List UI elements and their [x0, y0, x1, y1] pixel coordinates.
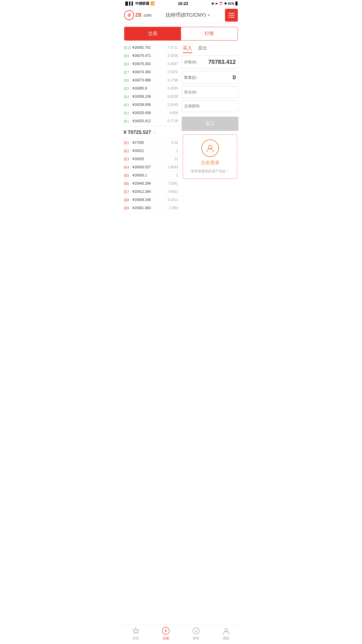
sell-label: 卖4	[124, 94, 132, 99]
password-field[interactable]: 交易密码:	[182, 100, 238, 112]
battery-icon: ▊	[236, 2, 238, 6]
app-header: ② ZB .com 比特币(BTC/CNY) ▼	[121, 7, 241, 23]
buy-label: 买4	[124, 165, 132, 170]
sell-price: ¥16073.888	[132, 78, 167, 83]
buy-qty: 7.5381	[167, 181, 178, 186]
sell-label: 卖10	[124, 46, 132, 50]
menu-button[interactable]	[225, 9, 238, 22]
login-text[interactable]: 点击登录	[201, 160, 219, 166]
buy-sell-tabs: 买入 卖出	[180, 44, 240, 55]
buy-label: 买3	[124, 157, 132, 162]
sell-label: 卖2	[124, 111, 132, 116]
carrier-name: 中国联通	[135, 1, 149, 6]
sell-price: ¥16065.9	[132, 86, 167, 91]
sell-price: ¥16075.303	[132, 62, 167, 67]
sell-order-list: 卖10 ¥16082.751 7.3711 卖9 ¥16075.471 3.32…	[122, 44, 179, 126]
alarm-icon: ⏰	[219, 2, 223, 6]
tab-trade[interactable]: 交易	[124, 27, 181, 40]
sell-qty: 3.3256	[167, 54, 178, 59]
sell-price: ¥16039.836	[132, 103, 167, 108]
total-field[interactable]: 折合(¥):	[182, 86, 238, 98]
buy-order-row[interactable]: 买5 ¥16003.1 2	[122, 172, 179, 180]
tab-market[interactable]: 行情	[181, 27, 238, 40]
price-field[interactable]: 价格(¥): 70783.412	[182, 55, 238, 69]
buy-order-row[interactable]: 买2 ¥16021 1	[122, 147, 179, 155]
location-icon: ⊕	[211, 2, 214, 6]
status-time: 16:22	[178, 1, 188, 6]
sell-price: ¥16074.383	[132, 70, 167, 75]
login-avatar-icon	[201, 139, 219, 157]
nav-icon: ➤	[215, 2, 218, 6]
sell-qty: 4.1798	[167, 78, 178, 83]
sell-label: 卖5	[124, 86, 132, 91]
buy-label: 买2	[124, 149, 132, 154]
buy-order-row[interactable]: 买3 ¥16020 11	[122, 155, 179, 164]
sell-order-row[interactable]: 卖10 ¥16082.751 7.3711	[122, 44, 179, 52]
sell-price: ¥16059.109	[132, 94, 167, 99]
buy-price: ¥15912.284	[132, 190, 167, 195]
status-bar: ▐▌▌▌ 中国联通 📶 16:22 ⊕ ➤ ⏰ ✱ 81% ▊	[121, 0, 241, 7]
sell-price: ¥16082.751	[132, 46, 167, 50]
buy-order-row[interactable]: 买6 ¥15940.299 7.5381	[122, 180, 179, 188]
trade-panel: 买入 卖出 价格(¥): 70783.412 数量(₿): 0 折合(¥):	[180, 44, 240, 213]
order-book: 卖10 ¥16082.751 7.3711 卖9 ¥16075.471 3.32…	[122, 44, 179, 213]
logo-text: ZB	[135, 13, 141, 18]
sell-price: ¥16075.471	[132, 54, 167, 59]
buy-qty: 11	[174, 157, 178, 162]
buy-qty: 3.1511	[167, 198, 178, 203]
buy-price: ¥15901.083	[132, 206, 169, 211]
buy-label: 买8	[124, 198, 132, 203]
sell-label: 卖3	[124, 103, 132, 108]
buy-order-list: 买1 ¥17000 0.01 买2 ¥16021 1 买3 ¥16020 11 …	[122, 139, 179, 213]
wifi-icon: 📶	[150, 1, 155, 6]
buy-price: ¥17000	[132, 141, 171, 146]
sell-qty: 5.7725	[167, 119, 178, 124]
buy-button[interactable]: 买入	[182, 117, 238, 131]
header-title[interactable]: 比特币(BTC/CNY) ▼	[166, 12, 210, 18]
buy-label: 买7	[124, 190, 132, 195]
buy-order-row[interactable]: 买8 ¥15909.248 3.1511	[122, 196, 179, 204]
price-direction-icon: −	[154, 130, 156, 135]
buy-price: ¥16003.527	[132, 165, 167, 170]
sell-label: 卖7	[124, 70, 132, 75]
tab-buy[interactable]: 买入	[183, 45, 192, 53]
sell-price: ¥16020.458	[132, 111, 169, 116]
sell-order-row[interactable]: 卖3 ¥16039.836 2.8245	[122, 101, 179, 109]
buy-label: 买9	[124, 206, 132, 211]
sell-order-row[interactable]: 卖4 ¥16059.109 6.8205	[122, 93, 179, 101]
logo-circle: ②	[124, 10, 134, 20]
tab-sell[interactable]: 卖出	[198, 45, 207, 53]
trade-form: 价格(¥): 70783.412 数量(₿): 0 折合(¥): 交易密码:	[180, 55, 240, 179]
buy-price: ¥15909.248	[132, 198, 167, 203]
buy-order-row[interactable]: 买9 ¥15901.083 2.892	[122, 204, 179, 213]
sell-qty: 2.5972	[167, 70, 178, 75]
sell-order-row[interactable]: 卖2 ¥16020.458 4.838	[122, 109, 179, 118]
buy-order-row[interactable]: 买4 ¥16003.527 1.6033	[122, 164, 179, 172]
login-box[interactable]: 点击登录 登录查看您的资产信息！	[183, 134, 237, 179]
sell-label: 卖9	[124, 54, 132, 59]
main-content: 卖10 ¥16082.751 7.3711 卖9 ¥16075.471 3.32…	[121, 44, 241, 213]
sell-order-row[interactable]: 卖8 ¥16075.303 3.4927	[122, 60, 179, 69]
buy-order-row[interactable]: 买7 ¥15912.284 7.6921	[122, 188, 179, 196]
total-label: 折合(¥):	[184, 90, 198, 95]
buy-label: 买6	[124, 181, 132, 186]
app-logo: ② ZB .com	[124, 10, 152, 20]
logo-domain: .com	[143, 13, 151, 18]
sell-qty: 4.4053	[167, 86, 178, 91]
buy-qty: 0.01	[171, 141, 178, 146]
sell-order-row[interactable]: 卖6 ¥16073.888 4.1798	[122, 77, 179, 85]
status-right: ⊕ ➤ ⏰ ✱ 81% ▊	[211, 2, 238, 6]
signal-icon: ▐▌▌▌	[124, 1, 134, 6]
sell-order-row[interactable]: 卖1 ¥16020.412 5.7725	[122, 118, 179, 126]
buy-price: ¥16003.1	[132, 173, 176, 178]
buy-label: 买5	[124, 173, 132, 178]
sell-order-row[interactable]: 卖5 ¥16065.9 4.4053	[122, 85, 179, 93]
sell-order-row[interactable]: 卖9 ¥16075.471 3.3256	[122, 52, 179, 60]
qty-field[interactable]: 数量(₿): 0	[182, 71, 238, 84]
current-price-value: ¥ 70725.527	[124, 130, 151, 135]
buy-order-row[interactable]: 买1 ¥17000 0.01	[122, 139, 179, 147]
sell-qty: 6.8205	[167, 94, 178, 99]
qty-value: 0	[233, 74, 236, 81]
sell-order-row[interactable]: 卖7 ¥16074.383 2.5972	[122, 69, 179, 77]
current-price-row: ¥ 70725.527 −	[122, 126, 179, 139]
